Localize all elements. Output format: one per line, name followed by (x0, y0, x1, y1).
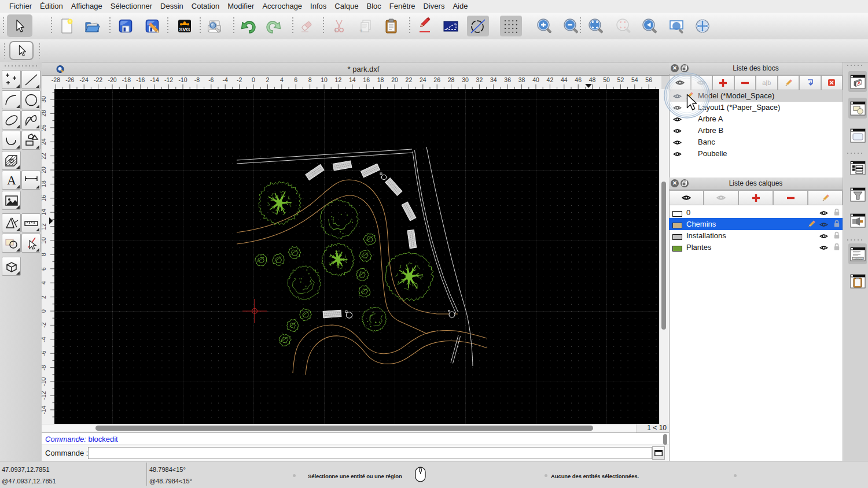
svg-text:+: + (334, 28, 337, 34)
svg-text:command: command (854, 257, 862, 260)
svg-text:SVG: SVG (179, 27, 190, 32)
svg-text:+: + (359, 28, 363, 34)
svg-text:A: A (7, 173, 16, 187)
